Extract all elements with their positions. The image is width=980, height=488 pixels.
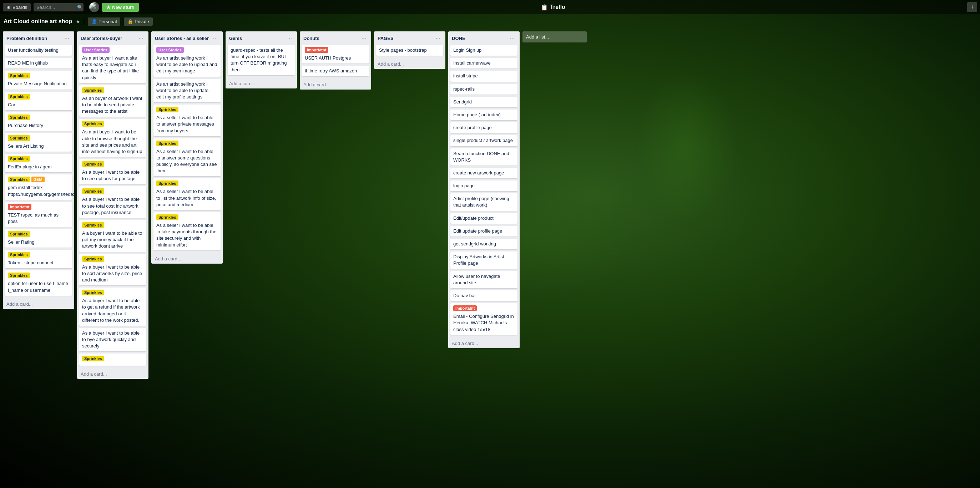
card-label: Sprinkles <box>8 73 30 78</box>
label-row: Importatnt <box>8 204 69 211</box>
list-item[interactable]: create profile page <box>450 122 517 133</box>
list-item[interactable]: Artist profile page (showing that artsis… <box>450 193 517 210</box>
list-item[interactable]: ImportatntEmail - Configure Sendgrid in … <box>450 303 517 335</box>
card-label: Sprinkles <box>8 231 30 237</box>
plus-icon: + <box>970 3 974 11</box>
board-header: Art Cloud online art shop ★ 👤 Personal 🔒… <box>0 14 980 29</box>
list-item[interactable]: SprinklesAs a buyer I want to be able to… <box>79 159 146 184</box>
list-item[interactable]: login page <box>450 181 517 191</box>
list-item[interactable]: SprinklesSeller Rating <box>5 229 72 248</box>
list-item[interactable]: Search function DONE and WORKS <box>450 148 517 165</box>
list-item[interactable]: As an artist selling work I want to be a… <box>153 79 221 103</box>
personal-button[interactable]: 👤 Personal <box>88 17 120 26</box>
add-card-button[interactable]: Add a card... <box>448 339 520 348</box>
list-item[interactable]: Style pages - bootstrap <box>376 45 443 56</box>
list-item[interactable]: SprinklesAs a seller I want to be able t… <box>153 105 221 136</box>
list-menu-button[interactable]: ··· <box>63 34 71 42</box>
list-item[interactable]: SprinklesA a buyer I want to be able to … <box>79 220 146 252</box>
list-menu-button[interactable]: ··· <box>509 34 516 42</box>
list-item[interactable]: ImportatntUSER AUTH Postgres <box>302 45 369 64</box>
list-item[interactable]: SprinklesAs a buyer I want to be able to… <box>79 288 146 326</box>
add-card-button[interactable]: Add a card... <box>151 254 223 264</box>
list-item[interactable]: SprinklesFedEx pluge in / gem <box>5 154 72 172</box>
list-item[interactable]: Home page ( art index) <box>450 110 517 120</box>
boards-button[interactable]: ⊞ Boards <box>3 3 31 11</box>
list-title: PAGES <box>378 36 394 41</box>
list-item[interactable]: Allow user to navagate around site <box>450 271 517 288</box>
card-text: User functionality testing <box>8 47 69 54</box>
card-label: Sprinkles <box>156 215 178 220</box>
star-button[interactable]: ★ <box>76 19 80 24</box>
list-item[interactable]: SprinklesAs a seller I want to be able t… <box>153 212 221 250</box>
list-item[interactable]: Install carrierwave <box>450 58 517 68</box>
list-item[interactable]: As a buyer I want to be able to bye artw… <box>79 328 146 352</box>
list-item[interactable]: single product / artwork page <box>450 135 517 146</box>
list-item[interactable]: Do nav bar <box>450 290 517 301</box>
list-item[interactable]: Edit/update product <box>450 213 517 224</box>
list-item[interactable]: SprinklesPurchase History <box>5 112 72 131</box>
list-item[interactable]: Sprinkles <box>79 353 146 366</box>
card-text: As a buyer I want to be able to bye artw… <box>82 330 143 350</box>
list-item[interactable]: SprinklesCart <box>5 92 72 110</box>
private-button[interactable]: 🔒 Private <box>124 17 153 26</box>
list-item[interactable]: SprinklesAs a art buyer I want to be abl… <box>79 119 146 157</box>
card-text: As a buyer I want to be able to get a re… <box>82 297 143 324</box>
list-item[interactable]: SprinklesPrivate Message Notification <box>5 71 72 89</box>
list-item[interactable]: SprinklesSellers Art Listing <box>5 133 72 152</box>
card-text: As a art buyer I want a site thats easy … <box>82 55 143 81</box>
list-user-stories-seller: User Stories - as a seller ··· User Stor… <box>151 32 223 264</box>
list-item[interactable]: SprinklesAs an buyer of artwork I want t… <box>79 85 146 117</box>
card-text: login page <box>453 183 515 189</box>
list-item[interactable]: User StoriesAs a art buyer I want a site… <box>79 45 146 83</box>
list-item[interactable]: guard-rspec - tests all the time. if you… <box>228 45 295 75</box>
card-text: Edit update profile page <box>453 228 515 234</box>
card-label: Sprinkles <box>8 135 30 141</box>
card-text: Search function DONE and WORKS <box>453 151 515 164</box>
label-row: Sprinkles <box>82 356 143 363</box>
list-item[interactable]: SprinklesAs a seller I want to be able t… <box>153 178 221 210</box>
list-title: Donuts <box>303 36 320 41</box>
add-card-button[interactable]: Add a card... <box>374 59 445 69</box>
list-item[interactable]: User StoriesAs an artist selling work I … <box>153 45 221 77</box>
list-item[interactable]: get sendgrid working <box>450 238 517 250</box>
list-item[interactable]: SprinklesGEMgem install fedex https://ru… <box>5 175 72 199</box>
card-label: Importatnt <box>8 204 32 210</box>
list-item[interactable]: create new artwork page <box>450 168 517 178</box>
list-item[interactable]: SprinklesToken - stripe connect <box>5 250 72 268</box>
add-card-button[interactable]: Add a card... <box>3 299 74 309</box>
list-donuts: Donuts ··· ImportatntUSER AUTH Postgresi… <box>300 32 371 89</box>
add-card-button[interactable]: Add a card... <box>226 79 297 89</box>
label-row: Sprinkles <box>156 215 218 221</box>
add-card-button[interactable]: Add a card... <box>77 369 148 379</box>
list-item[interactable]: SprinklesAs a buyer I want to be able to… <box>79 254 146 286</box>
list-menu-button[interactable]: ··· <box>212 34 219 42</box>
list-pages: PAGES ··· Style pages - bootstrapAdd a c… <box>374 32 445 69</box>
list-item[interactable]: Sendgrid <box>450 97 517 107</box>
list-menu-button[interactable]: ··· <box>434 34 442 42</box>
label-row: Sprinkles <box>8 94 69 101</box>
list-menu-button[interactable]: ··· <box>137 34 145 42</box>
list-menu-button[interactable]: ··· <box>286 34 293 42</box>
label-row: Sprinkles <box>82 222 143 229</box>
new-stuff-button[interactable]: ★ New stuff! <box>102 3 139 12</box>
card-label: Sprinkles <box>156 181 178 186</box>
list-item[interactable]: SprinklesAs a buyer I want to be able to… <box>79 186 146 218</box>
list-item[interactable]: SprinklesAs a seller I want to be able t… <box>153 138 221 176</box>
search-input[interactable] <box>33 3 84 11</box>
add-card-button[interactable]: Add a card... <box>300 80 371 89</box>
list-item[interactable]: Edit update profile page <box>450 226 517 237</box>
list-item[interactable]: Login Sign up <box>450 45 517 56</box>
add-list-button[interactable]: Add a list... <box>522 32 587 43</box>
card-label: Sprinkles <box>156 141 178 146</box>
list-item[interactable]: if time retry AWS amazon <box>302 66 369 76</box>
list-item[interactable]: User functionality testing <box>5 45 72 56</box>
add-button[interactable]: + <box>967 2 977 12</box>
list-item[interactable]: READ ME in github <box>5 58 72 68</box>
list-item[interactable]: Sprinklesoption for user to use f_name l… <box>5 270 72 296</box>
list-item[interactable]: Display Artworks in Artist Profile page <box>450 251 517 269</box>
list-item[interactable]: rspec-rails <box>450 84 517 95</box>
list-menu-button[interactable]: ··· <box>360 34 368 42</box>
card-text: Seller Rating <box>8 239 69 245</box>
list-item[interactable]: ImportatntTEST rspec. as much as poss <box>5 202 72 227</box>
list-item[interactable]: install stripe <box>450 71 517 81</box>
